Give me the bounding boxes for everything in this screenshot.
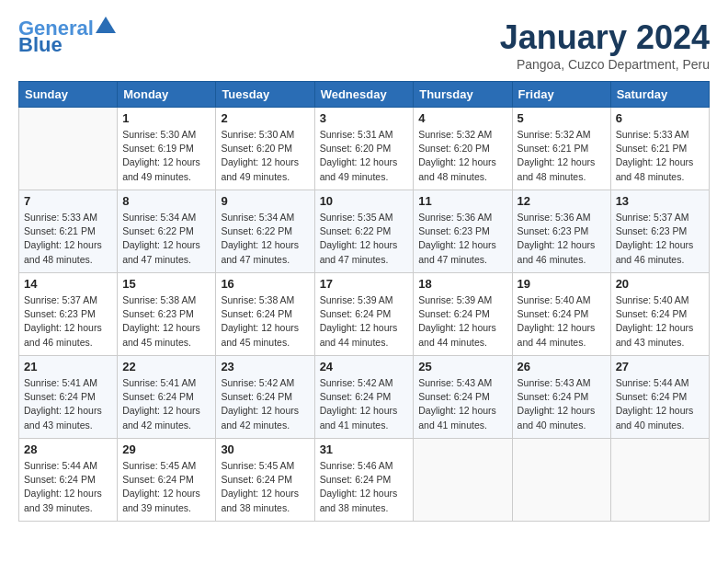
calendar-table: Sunday Monday Tuesday Wednesday Thursday…	[18, 81, 710, 522]
day-number: 4	[418, 111, 506, 125]
calendar-cell: 4Sunrise: 5:32 AM Sunset: 6:20 PM Daylig…	[414, 108, 512, 190]
week-row-4: 21Sunrise: 5:41 AM Sunset: 6:24 PM Dayli…	[19, 356, 710, 439]
calendar-cell: 23Sunrise: 5:42 AM Sunset: 6:24 PM Dayli…	[216, 356, 314, 439]
day-number: 19	[518, 277, 606, 291]
calendar-cell: 27Sunrise: 5:44 AM Sunset: 6:24 PM Dayli…	[610, 356, 709, 439]
calendar-cell: 22Sunrise: 5:41 AM Sunset: 6:24 PM Dayli…	[118, 356, 216, 439]
calendar-cell: 29Sunrise: 5:45 AM Sunset: 6:24 PM Dayli…	[118, 439, 216, 522]
day-info: Sunrise: 5:44 AM Sunset: 6:24 PM Dayligh…	[24, 459, 112, 515]
day-info: Sunrise: 5:32 AM Sunset: 6:21 PM Dayligh…	[518, 128, 606, 184]
day-info: Sunrise: 5:36 AM Sunset: 6:23 PM Dayligh…	[418, 211, 506, 267]
calendar-cell: 18Sunrise: 5:39 AM Sunset: 6:24 PM Dayli…	[414, 273, 512, 356]
calendar-cell: 25Sunrise: 5:43 AM Sunset: 6:24 PM Dayli…	[414, 356, 512, 439]
calendar-cell	[512, 439, 610, 522]
calendar-cell: 9Sunrise: 5:34 AM Sunset: 6:22 PM Daylig…	[216, 190, 314, 273]
day-info: Sunrise: 5:41 AM Sunset: 6:24 PM Dayligh…	[24, 376, 112, 432]
day-info: Sunrise: 5:30 AM Sunset: 6:20 PM Dayligh…	[221, 128, 309, 184]
logo: General Blue	[18, 18, 116, 55]
day-info: Sunrise: 5:36 AM Sunset: 6:23 PM Dayligh…	[518, 211, 606, 267]
day-info: Sunrise: 5:35 AM Sunset: 6:22 PM Dayligh…	[320, 211, 409, 267]
day-number: 5	[518, 111, 606, 125]
day-info: Sunrise: 5:32 AM Sunset: 6:20 PM Dayligh…	[418, 128, 506, 184]
day-number: 17	[320, 277, 409, 291]
day-number: 2	[221, 111, 309, 125]
day-number: 10	[320, 194, 409, 208]
day-info: Sunrise: 5:38 AM Sunset: 6:24 PM Dayligh…	[221, 293, 309, 350]
day-info: Sunrise: 5:43 AM Sunset: 6:24 PM Dayligh…	[518, 376, 606, 432]
day-number: 8	[122, 194, 210, 208]
day-info: Sunrise: 5:38 AM Sunset: 6:23 PM Dayligh…	[122, 293, 210, 350]
calendar-body: 1Sunrise: 5:30 AM Sunset: 6:19 PM Daylig…	[19, 108, 710, 522]
day-info: Sunrise: 5:34 AM Sunset: 6:22 PM Dayligh…	[221, 211, 309, 267]
day-info: Sunrise: 5:34 AM Sunset: 6:22 PM Dayligh…	[122, 211, 210, 267]
day-number: 18	[418, 277, 506, 291]
col-wednesday: Wednesday	[314, 82, 414, 108]
logo-blue: Blue	[18, 35, 63, 55]
calendar-cell: 1Sunrise: 5:30 AM Sunset: 6:19 PM Daylig…	[118, 108, 216, 190]
day-number: 27	[616, 360, 704, 373]
day-number: 7	[24, 194, 112, 208]
day-info: Sunrise: 5:40 AM Sunset: 6:24 PM Dayligh…	[616, 293, 704, 350]
day-number: 29	[122, 442, 210, 456]
calendar-cell: 6Sunrise: 5:33 AM Sunset: 6:21 PM Daylig…	[610, 108, 709, 190]
calendar-cell	[610, 439, 709, 522]
location-subtitle: Pangoa, Cuzco Department, Peru	[500, 57, 710, 72]
col-friday: Friday	[512, 82, 610, 108]
day-number: 12	[518, 194, 606, 208]
day-info: Sunrise: 5:33 AM Sunset: 6:21 PM Dayligh…	[616, 128, 704, 184]
calendar-cell: 13Sunrise: 5:37 AM Sunset: 6:23 PM Dayli…	[610, 190, 709, 273]
page-header: General Blue January 2024 Pangoa, Cuzco …	[18, 18, 710, 72]
day-info: Sunrise: 5:39 AM Sunset: 6:24 PM Dayligh…	[320, 293, 409, 350]
day-number: 22	[122, 360, 210, 373]
calendar-cell: 28Sunrise: 5:44 AM Sunset: 6:24 PM Dayli…	[19, 439, 118, 522]
day-number: 11	[418, 194, 506, 208]
week-row-2: 7Sunrise: 5:33 AM Sunset: 6:21 PM Daylig…	[19, 190, 710, 273]
day-info: Sunrise: 5:30 AM Sunset: 6:19 PM Dayligh…	[122, 128, 210, 184]
calendar-cell: 19Sunrise: 5:40 AM Sunset: 6:24 PM Dayli…	[512, 273, 610, 356]
calendar-cell	[414, 439, 512, 522]
calendar-header-row: Sunday Monday Tuesday Wednesday Thursday…	[19, 82, 710, 108]
day-number: 21	[24, 360, 112, 373]
day-number: 25	[418, 360, 506, 373]
day-info: Sunrise: 5:41 AM Sunset: 6:24 PM Dayligh…	[122, 376, 210, 432]
calendar-cell: 7Sunrise: 5:33 AM Sunset: 6:21 PM Daylig…	[19, 190, 118, 273]
col-monday: Monday	[118, 82, 216, 108]
calendar-cell: 30Sunrise: 5:45 AM Sunset: 6:24 PM Dayli…	[216, 439, 314, 522]
day-number: 1	[122, 111, 210, 125]
day-info: Sunrise: 5:44 AM Sunset: 6:24 PM Dayligh…	[616, 376, 704, 432]
calendar-cell: 3Sunrise: 5:31 AM Sunset: 6:20 PM Daylig…	[314, 108, 414, 190]
calendar-cell: 24Sunrise: 5:42 AM Sunset: 6:24 PM Dayli…	[314, 356, 414, 439]
day-number: 14	[24, 277, 112, 291]
calendar-cell: 15Sunrise: 5:38 AM Sunset: 6:23 PM Dayli…	[118, 273, 216, 356]
calendar-cell	[19, 108, 118, 190]
day-number: 6	[616, 111, 704, 125]
day-info: Sunrise: 5:45 AM Sunset: 6:24 PM Dayligh…	[122, 459, 210, 515]
day-number: 30	[221, 442, 309, 456]
day-number: 31	[320, 442, 409, 456]
day-info: Sunrise: 5:42 AM Sunset: 6:24 PM Dayligh…	[320, 376, 409, 432]
col-sunday: Sunday	[19, 82, 118, 108]
calendar-cell: 12Sunrise: 5:36 AM Sunset: 6:23 PM Dayli…	[512, 190, 610, 273]
title-section: January 2024 Pangoa, Cuzco Department, P…	[500, 18, 710, 72]
col-thursday: Thursday	[414, 82, 512, 108]
logo-icon	[96, 17, 116, 33]
day-info: Sunrise: 5:43 AM Sunset: 6:24 PM Dayligh…	[418, 376, 506, 432]
col-saturday: Saturday	[610, 82, 709, 108]
svg-marker-0	[96, 17, 116, 33]
calendar-cell: 26Sunrise: 5:43 AM Sunset: 6:24 PM Dayli…	[512, 356, 610, 439]
calendar-cell: 2Sunrise: 5:30 AM Sunset: 6:20 PM Daylig…	[216, 108, 314, 190]
calendar-cell: 14Sunrise: 5:37 AM Sunset: 6:23 PM Dayli…	[19, 273, 118, 356]
calendar-cell: 5Sunrise: 5:32 AM Sunset: 6:21 PM Daylig…	[512, 108, 610, 190]
day-number: 23	[221, 360, 309, 373]
day-info: Sunrise: 5:37 AM Sunset: 6:23 PM Dayligh…	[24, 293, 112, 350]
day-info: Sunrise: 5:39 AM Sunset: 6:24 PM Dayligh…	[418, 293, 506, 350]
day-number: 28	[24, 442, 112, 456]
day-number: 16	[221, 277, 309, 291]
calendar-cell: 20Sunrise: 5:40 AM Sunset: 6:24 PM Dayli…	[610, 273, 709, 356]
calendar-cell: 10Sunrise: 5:35 AM Sunset: 6:22 PM Dayli…	[314, 190, 414, 273]
day-info: Sunrise: 5:33 AM Sunset: 6:21 PM Dayligh…	[24, 211, 112, 267]
day-number: 9	[221, 194, 309, 208]
day-number: 13	[616, 194, 704, 208]
calendar-cell: 17Sunrise: 5:39 AM Sunset: 6:24 PM Dayli…	[314, 273, 414, 356]
day-info: Sunrise: 5:31 AM Sunset: 6:20 PM Dayligh…	[320, 128, 409, 184]
